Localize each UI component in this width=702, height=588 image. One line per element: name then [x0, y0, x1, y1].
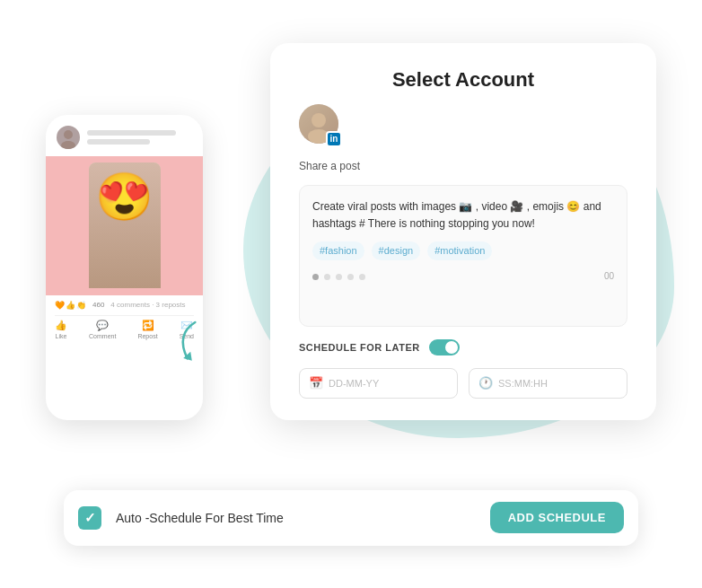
phone-post-image: 😍 [46, 156, 203, 295]
bottom-bar: ✓ Auto -Schedule For Best Time ADD SCHED… [64, 490, 638, 546]
reaction-clap-icon: 👏 [76, 301, 86, 310]
repost-label: Repost [137, 333, 157, 339]
dot-5 [359, 274, 365, 280]
svg-point-1 [61, 141, 75, 149]
card-title: Select Account [299, 68, 627, 92]
repost-icon: 🔁 [142, 320, 154, 331]
add-schedule-button[interactable]: ADD SCHEDULE [490, 502, 624, 533]
phone-action-comment[interactable]: 💬 Comment [89, 320, 116, 339]
phone-action-repost[interactable]: 🔁 Repost [137, 320, 157, 339]
phone-user-avatar [57, 126, 80, 149]
share-label: Share a post [299, 160, 627, 172]
phone-reactions-row: 🧡 👍 👏 460 4 comments · 3 reposts [55, 301, 194, 310]
account-avatar-wrap: in [299, 104, 342, 147]
reaction-heart-icon: 🧡 [55, 301, 65, 310]
post-text: Create viral posts with images 📷 , video… [312, 198, 614, 233]
schedule-label: SCHEDULE FOR LATER [299, 342, 420, 353]
linkedin-badge: in [326, 131, 342, 147]
hashtag-fashion[interactable]: #fashion [312, 241, 364, 261]
dot-1 [312, 274, 319, 280]
svg-point-4 [312, 113, 326, 127]
reaction-thumbs-icon: 👍 [66, 301, 75, 310]
phone-name-lines [87, 130, 192, 145]
comment-label: Comment [89, 333, 116, 339]
schedule-toggle[interactable] [429, 339, 460, 355]
checkmark-icon: ✓ [84, 510, 96, 526]
auto-schedule-checkbox[interactable]: ✓ [78, 506, 101, 530]
phone-header [46, 115, 203, 156]
hashtag-design[interactable]: #design [372, 241, 421, 261]
main-card: Select Account in Share a post Create vi… [270, 43, 656, 420]
hashtags-row: #fashion #design #motivation [312, 241, 614, 261]
auto-schedule-text: Auto -Schedule For Best Time [116, 511, 476, 525]
phone-action-like[interactable]: 👍 Like [55, 320, 67, 339]
phone-name-line-1 [87, 130, 176, 136]
hashtag-motivation[interactable]: #motivation [427, 241, 492, 261]
date-input[interactable]: 📅 DD-MM-YY [299, 368, 458, 399]
comment-icon: 💬 [96, 320, 109, 331]
like-label: Like [56, 333, 67, 339]
reaction-count: 460 [92, 301, 104, 309]
phone-mockup: 😍 🧡 👍 👏 460 4 comments · 3 reposts 👍 Lik… [46, 115, 203, 420]
scene: 😍 🧡 👍 👏 460 4 comments · 3 reposts 👍 Lik… [46, 43, 656, 546]
phone-name-line-2 [87, 139, 150, 145]
like-icon: 👍 [55, 320, 67, 331]
time-placeholder: SS:MM:HH [498, 378, 548, 389]
emoji-display: 😍 [95, 170, 154, 224]
schedule-row: SCHEDULE FOR LATER [299, 339, 627, 355]
phone-person-silhouette: 😍 [89, 162, 161, 288]
svg-point-0 [64, 130, 73, 139]
reaction-icons: 🧡 👍 👏 [55, 301, 86, 310]
time-input[interactable]: 🕐 SS:MM:HH [469, 368, 627, 399]
account-row: in [299, 104, 627, 147]
post-body[interactable]: Create viral posts with images 📷 , video… [299, 185, 627, 327]
dot-3 [336, 274, 342, 280]
dot-4 [347, 274, 354, 280]
date-placeholder: DD-MM-YY [329, 378, 379, 389]
toggle-knob [445, 341, 458, 354]
datetime-row: 📅 DD-MM-YY 🕐 SS:MM:HH [299, 368, 627, 399]
dot-2 [324, 274, 330, 280]
reaction-meta: 4 comments · 3 reposts [110, 301, 185, 309]
dot-count: 00 [604, 269, 614, 284]
calendar-icon: 📅 [309, 376, 323, 390]
media-dots: 00 [312, 269, 614, 284]
clock-icon: 🕐 [478, 376, 493, 390]
